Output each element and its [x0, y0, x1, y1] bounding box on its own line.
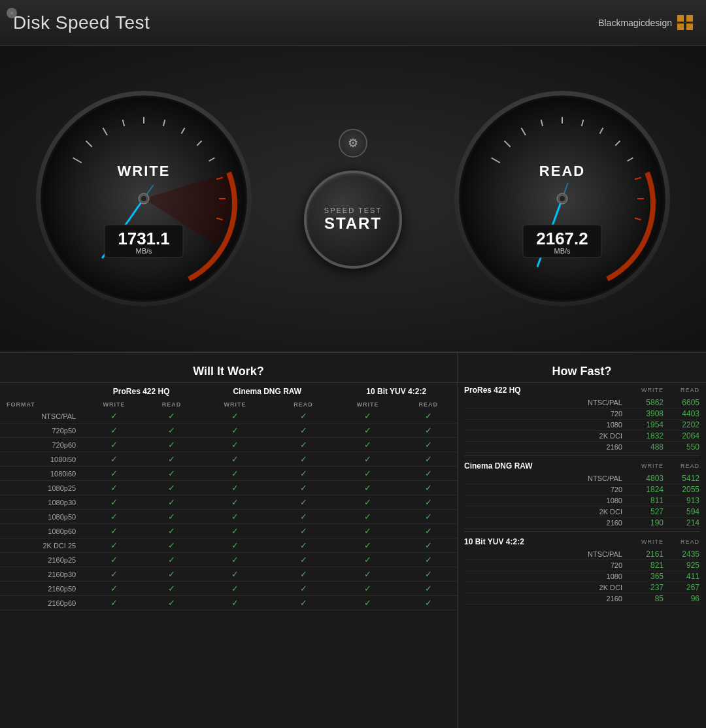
check-cell: ✓ [144, 495, 199, 510]
check-cell: ✓ [199, 510, 271, 524]
check-icon: ✓ [364, 526, 371, 536]
check-cell: ✓ [144, 567, 199, 582]
check-cell: ✓ [199, 467, 271, 481]
check-icon: ✓ [300, 469, 307, 478]
hf-row-values: 39084403 [628, 409, 699, 418]
check-cell: ✓ [144, 452, 199, 467]
cinema-dng-header: Cinema DNG RAW [199, 383, 335, 400]
hf-row-label: 720 [464, 561, 628, 569]
center-controls: ⚙ SPEED TEST START [288, 129, 418, 269]
hf-row-label: 2K DCI [464, 584, 628, 591]
hf-col-header: WRITE [628, 538, 664, 545]
hf-col-header: WRITE [628, 387, 664, 393]
hf-row-values: 58626605 [628, 398, 699, 407]
table-row: 1080p50✓✓✓✓✓✓ [0, 510, 457, 524]
check-icon: ✓ [231, 454, 239, 464]
check-icon: ✓ [231, 469, 239, 478]
check-icon: ✓ [168, 512, 175, 521]
check-icon: ✓ [168, 584, 175, 593]
check-cell: ✓ [271, 553, 336, 567]
check-cell: ✓ [144, 596, 199, 610]
check-cell: ✓ [84, 567, 144, 582]
check-cell: ✓ [399, 452, 457, 467]
hf-read-value: 214 [664, 518, 699, 527]
check-icon: ✓ [425, 497, 432, 507]
format-subheader: FORMAT [0, 400, 84, 409]
will-it-work-table: ProRes 422 HQ Cinema DNG RAW 10 Bit YUV … [0, 383, 457, 610]
format-cell: 2160p50 [0, 582, 84, 596]
hf-col-header: READ [664, 538, 699, 545]
check-icon: ✓ [231, 425, 239, 435]
hf-row-label: 1080 [464, 497, 628, 505]
hf-write-value: 1954 [628, 420, 664, 429]
hf-write-value: 821 [628, 561, 664, 570]
hf-row-values: 48035412 [628, 474, 699, 483]
check-cell: ✓ [144, 582, 199, 596]
hf-write-value: 85 [628, 594, 664, 603]
hf-row-values: 237267 [628, 583, 699, 592]
check-icon: ✓ [110, 584, 118, 593]
hf-read-value: 6605 [664, 398, 699, 407]
hf-section-name: ProRes 422 HQ [464, 386, 521, 395]
write-gauge-wrapper: WRITE 1731.1 MB/s [0, 88, 288, 310]
check-cell: ✓ [335, 567, 399, 582]
hf-data-row: 2160488550 [464, 442, 699, 453]
check-icon: ✓ [364, 440, 371, 450]
hf-row-label: NTSC/PAL [464, 474, 628, 482]
check-cell: ✓ [399, 567, 457, 582]
check-cell: ✓ [199, 409, 271, 423]
check-cell: ✓ [144, 553, 199, 567]
hf-row-label: NTSC/PAL [464, 399, 628, 406]
format-cell: 2160p25 [0, 553, 84, 567]
format-cell: NTSC/PAL [0, 409, 84, 423]
check-cell: ✓ [399, 596, 457, 610]
hf-data-row: 1080365411 [464, 571, 699, 582]
table-row: 720p60✓✓✓✓✓✓ [0, 438, 457, 452]
start-button[interactable]: SPEED TEST START [304, 171, 402, 269]
check-cell: ✓ [335, 553, 399, 567]
check-cell: ✓ [271, 510, 336, 524]
check-icon: ✓ [364, 598, 371, 608]
check-cell: ✓ [399, 524, 457, 538]
format-cell: 720p60 [0, 438, 84, 452]
check-cell: ✓ [399, 438, 457, 452]
hf-read-value: 4403 [664, 409, 699, 418]
table-row: 2160p25✓✓✓✓✓✓ [0, 553, 457, 567]
hf-data-row: 1080811913 [464, 495, 699, 506]
check-icon: ✓ [110, 540, 118, 550]
hf-data-row: NTSC/PAL58626605 [464, 397, 699, 408]
close-button[interactable]: × [7, 8, 17, 18]
check-icon: ✓ [231, 497, 239, 507]
check-cell: ✓ [335, 596, 399, 610]
svg-point-18 [141, 196, 146, 201]
hf-section-name: 10 Bit YUV 4:2:2 [464, 537, 524, 546]
check-icon: ✓ [231, 411, 239, 421]
check-cell: ✓ [271, 467, 336, 481]
format-cell: 720p50 [0, 423, 84, 438]
check-cell: ✓ [271, 495, 336, 510]
logo-sq1 [677, 15, 684, 22]
check-icon: ✓ [364, 512, 371, 521]
table-row: NTSC/PAL✓✓✓✓✓✓ [0, 409, 457, 423]
table-row: 720p50✓✓✓✓✓✓ [0, 423, 457, 438]
app-title: Disk Speed Test [13, 12, 150, 33]
check-cell: ✓ [84, 438, 144, 452]
hf-write-value: 811 [628, 496, 664, 505]
check-icon: ✓ [425, 540, 432, 550]
check-icon: ✓ [168, 598, 175, 608]
hf-section-header: ProRes 422 HQWRITEREAD [464, 383, 699, 397]
check-icon: ✓ [425, 584, 432, 593]
check-cell: ✓ [84, 596, 144, 610]
settings-button[interactable]: ⚙ [339, 129, 367, 157]
prores-header: ProRes 422 HQ [84, 383, 199, 400]
hf-col-headers: WRITEREAD [628, 463, 699, 469]
check-cell: ✓ [84, 467, 144, 481]
check-icon: ✓ [168, 569, 175, 579]
check-icon: ✓ [364, 540, 371, 550]
check-cell: ✓ [144, 524, 199, 538]
check-icon: ✓ [425, 526, 432, 536]
svg-text:1731.1: 1731.1 [118, 229, 170, 248]
hf-read-value: 925 [664, 561, 699, 570]
check-cell: ✓ [199, 567, 271, 582]
check-icon: ✓ [364, 483, 371, 493]
